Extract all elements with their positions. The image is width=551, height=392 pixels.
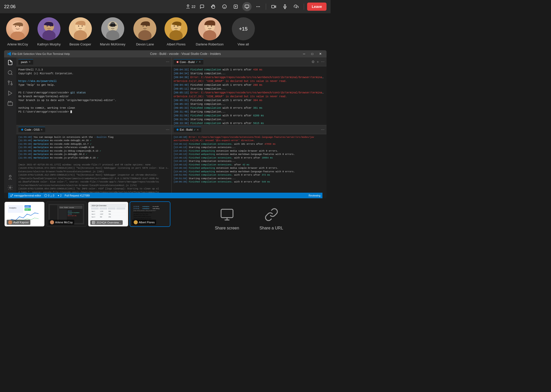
- albert-avatar-img: [165, 17, 187, 40]
- svg-point-18: [10, 31, 25, 40]
- participant-arlene[interactable]: Arlene McCoy: [6, 17, 29, 46]
- thumbnail-aadi[interactable]: Analytics 4,555 0.00 Aadi Kapoor: [4, 201, 45, 227]
- statusbar-changes[interactable]: ✦ 2: [57, 194, 61, 197]
- avatar-darlene: [198, 17, 221, 40]
- statusbar-errors[interactable]: 0 △ 0: [44, 194, 54, 197]
- controls-group: 22 Leave: [185, 2, 327, 11]
- participant-albert[interactable]: Albert Flores: [165, 17, 187, 46]
- share-screen-label: Share screen: [215, 226, 239, 230]
- reaction-button[interactable]: [220, 2, 229, 11]
- participant-devon[interactable]: Devon Lane: [133, 17, 156, 46]
- sidebar-search[interactable]: [7, 70, 13, 76]
- panel-terminal-content[interactable]: PowerShell 7.1.3 Copyright (c) Microsoft…: [16, 66, 171, 125]
- svg-point-20: [15, 26, 16, 27]
- svg-rect-100: [116, 207, 125, 210]
- panel2-split[interactable]: ⋯: [321, 60, 324, 64]
- svg-rect-39: [110, 24, 115, 26]
- thumbnail-albert[interactable]: [11:55:40] marketplace ms-vscode [11:55:…: [130, 201, 170, 227]
- participant-marvin[interactable]: Marvin McKinney: [100, 17, 126, 46]
- participant-kathryn[interactable]: Kathryn Murphy: [37, 17, 61, 46]
- mic-button[interactable]: [280, 2, 290, 11]
- svg-rect-61: [8, 102, 12, 105]
- participant-more[interactable]: +15 View all: [232, 17, 255, 46]
- statusbar-pr[interactable]: Pull Request #127089: [65, 194, 90, 197]
- screenshare-icon: [245, 4, 249, 9]
- upload-button[interactable]: [292, 2, 301, 11]
- minimize-button[interactable]: ─: [301, 51, 307, 57]
- leave-button[interactable]: Leave: [307, 3, 327, 11]
- kathryn-avatar-img: [37, 17, 60, 40]
- vscode-activity-bar: [4, 57, 16, 193]
- chat-button[interactable]: [197, 2, 207, 11]
- sidebar-git[interactable]: [7, 80, 13, 86]
- panel-core-build-content[interactable]: [09:04:33] Finished compilation with 1 e…: [172, 66, 327, 125]
- participants-row: Arlene McCoy Kathryn Murphy: [0, 13, 331, 50]
- maximize-button[interactable]: □: [309, 51, 315, 57]
- svg-rect-13: [272, 5, 274, 8]
- svg-text:[11:55:40]: [11:55:40]: [133, 206, 139, 207]
- avatar-bessie: [69, 17, 92, 40]
- sidebar-explorer[interactable]: [7, 59, 13, 66]
- close-button[interactable]: ✕: [317, 51, 323, 57]
- statusbar-git-branch[interactable]: merogge/terminal-editor: [10, 194, 41, 197]
- panel1-actions: ⋯: [166, 60, 169, 64]
- tab-ext-build-label: Ext - Build: [180, 128, 193, 131]
- tab-core-build[interactable]: Core - Build ✓ ✕: [174, 59, 203, 65]
- share-url-option[interactable]: Share a URL: [259, 206, 283, 230]
- participant-bessie[interactable]: Bessie Cooper: [69, 17, 92, 46]
- share-screen-button[interactable]: [242, 2, 252, 11]
- camera-button[interactable]: [269, 2, 278, 11]
- panel2-plus[interactable]: +: [317, 60, 319, 64]
- sidebar-settings[interactable]: [7, 185, 13, 191]
- panel3-more[interactable]: ⋯: [166, 128, 169, 132]
- panel2-gear[interactable]: ⚙: [311, 60, 315, 64]
- svg-point-68: [177, 129, 179, 131]
- participant-count[interactable]: 22: [185, 4, 196, 9]
- more-count: +15: [239, 26, 248, 32]
- participant-darlene[interactable]: Darlene Robertson: [196, 17, 223, 46]
- tab-ext-build[interactable]: Ext - Build ✓ ✕: [174, 127, 201, 132]
- svg-point-57: [11, 84, 12, 85]
- more-button[interactable]: [254, 2, 263, 11]
- thumb-name-albert: Albert Flores: [139, 221, 155, 224]
- svg-rect-7: [245, 5, 249, 8]
- svg-point-70: [12, 194, 13, 195]
- tab-code-oss-close[interactable]: ✕: [41, 128, 43, 131]
- svg-text:marketplace: marketplace: [142, 206, 149, 207]
- svg-text:0.00: 0.00: [25, 209, 28, 211]
- tab-core-build-close[interactable]: ✕: [199, 60, 201, 63]
- sidebar-account[interactable]: [7, 174, 13, 180]
- statusbar-branch-name: merogge/terminal-editor: [14, 194, 41, 197]
- statusbar-review[interactable]: Reviewing: [309, 194, 320, 197]
- sidebar-run[interactable]: [7, 90, 13, 96]
- panel-ext-build-content[interactable]: [13:46:10] Error: C:/Users/merogge/repos…: [172, 134, 327, 193]
- panel-code-oss-content[interactable]: [11:55:40] You can manage built-in exten…: [16, 134, 171, 193]
- svg-text:devtools/bundled/inspector.htm: devtools/bundled/inspector.html: [133, 218, 151, 219]
- tab-core-build-label: Core - Build: [180, 60, 195, 64]
- avatar-kathryn: [37, 17, 60, 40]
- tab-code-oss[interactable]: Code - OSS ✕: [18, 127, 45, 132]
- svg-text:2024 Q4 Overview: 2024 Q4 Overview: [92, 205, 107, 207]
- panel1-split[interactable]: ⋯: [166, 60, 169, 64]
- hand-button[interactable]: [209, 2, 218, 11]
- svg-point-25: [47, 26, 48, 27]
- svg-point-48: [174, 26, 175, 27]
- svg-text:ms-vscode: ms-vscode: [153, 206, 159, 207]
- thumbnail-overview[interactable]: 2024 Q4 Overview Item 1 1,234 56% Item 2…: [88, 201, 129, 227]
- tab-pwsh-label: pwsh: [21, 60, 28, 64]
- svg-rect-76: [8, 205, 23, 213]
- vscode-title: Core - Build - vscode - Visual Studio Co…: [73, 52, 298, 56]
- share-screen-option[interactable]: Share screen: [215, 206, 239, 230]
- tab-ext-build-close[interactable]: ✕: [197, 128, 199, 131]
- share-options-panel: Share screen Share a URL: [171, 201, 327, 236]
- sidebar-extensions[interactable]: [7, 100, 13, 106]
- panel-core-build-tabbar: Core - Build ✓ ✕ ⚙ + ⋯: [172, 57, 327, 66]
- tab-pwsh[interactable]: pwsh ✕: [18, 59, 33, 65]
- thumbnail-arlene[interactable]: Core - Build - vscode [09:04] Finished c…: [46, 201, 87, 227]
- panel-code-oss-tabbar: Code - OSS ✕ ⋯: [16, 125, 171, 134]
- panel4-more[interactable]: ⋯: [321, 128, 324, 132]
- thumb-avatar-albert: [134, 220, 138, 224]
- participant-name-kathryn: Kathryn Murphy: [37, 42, 61, 46]
- add-button[interactable]: [231, 2, 240, 11]
- tab-pwsh-close[interactable]: ✕: [29, 60, 31, 63]
